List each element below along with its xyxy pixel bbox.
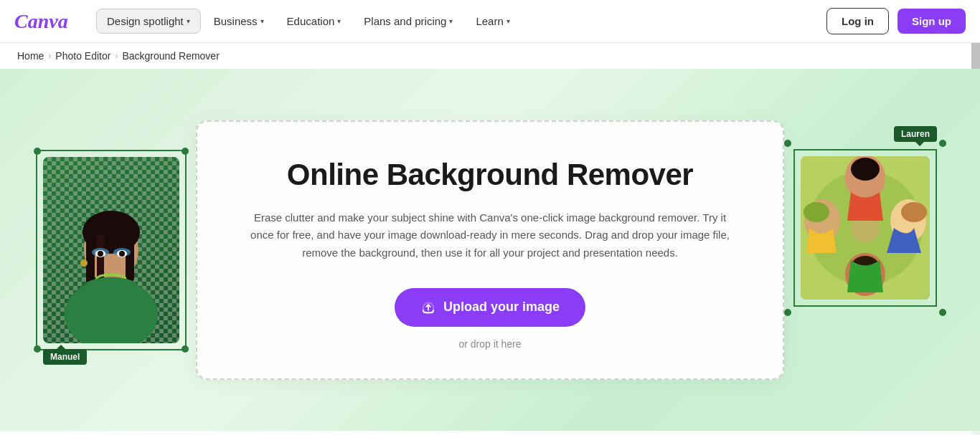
chevron-down-icon: ▾: [449, 17, 453, 25]
signup-button[interactable]: Sign up: [897, 9, 966, 34]
chevron-down-icon: ▾: [337, 17, 341, 25]
right-name-badge: Lauren: [894, 126, 937, 142]
handle-right-tr: [939, 140, 946, 147]
left-preview: Manuel: [43, 157, 179, 343]
handle-right-br: [939, 309, 946, 316]
drop-text: or drop it here: [240, 338, 740, 350]
handle-br: [182, 345, 189, 353]
upload-card: Online Background Remover Erase clutter …: [196, 120, 784, 379]
svg-point-11: [98, 251, 103, 257]
nav-design-spotlight[interactable]: Design spotlight ▾: [96, 9, 201, 34]
left-name-badge: Manuel: [43, 349, 87, 365]
nav-items: Design spotlight ▾ Business ▾ Education …: [96, 9, 826, 34]
svg-point-20: [851, 158, 880, 181]
nav-business[interactable]: Business ▾: [204, 9, 274, 33]
svg-point-26: [804, 202, 829, 222]
svg-rect-7: [126, 232, 134, 282]
upload-icon: [420, 300, 436, 315]
svg-point-13: [119, 251, 125, 257]
handle-bl: [34, 345, 41, 353]
handle-right-tl: [784, 140, 791, 147]
handle-tl: [34, 148, 41, 155]
handle-tr: [182, 148, 189, 155]
breadcrumb-separator-2: ›: [115, 51, 118, 61]
login-button[interactable]: Log in: [826, 8, 889, 34]
breadcrumb-photo-editor[interactable]: Photo Editor: [55, 50, 110, 62]
left-preview-image: [43, 157, 179, 343]
chevron-down-icon: ▾: [260, 17, 264, 25]
handle-right-bl: [784, 309, 791, 316]
nav-education[interactable]: Education ▾: [277, 9, 352, 33]
svg-point-22: [901, 202, 927, 222]
breadcrumb: Home › Photo Editor › Background Remover: [0, 43, 980, 69]
breadcrumb-home[interactable]: Home: [17, 50, 44, 62]
chevron-down-icon: ▾: [187, 17, 190, 25]
breadcrumb-current: Background Remover: [122, 50, 219, 62]
nav-learn[interactable]: Learn ▾: [466, 9, 519, 33]
breadcrumb-separator: ›: [48, 51, 51, 61]
chevron-down-icon: ▾: [507, 17, 510, 25]
navbar-actions: Log in Sign up: [826, 8, 966, 34]
svg-text:Canva: Canva: [14, 10, 68, 32]
right-preview: Lauren: [801, 156, 930, 300]
navbar: Canva Design spotlight ▾ Business ▾ Educ…: [0, 0, 980, 43]
hero-title: Online Background Remover: [240, 157, 740, 191]
main-area: Manuel Online Background Remover Erase c…: [0, 69, 980, 431]
nav-plans-pricing[interactable]: Plans and pricing ▾: [354, 9, 463, 33]
right-preview-image: [801, 156, 930, 300]
canva-logo[interactable]: Canva: [14, 8, 79, 35]
svg-point-15: [80, 259, 88, 267]
upload-button[interactable]: Upload your image: [395, 288, 585, 327]
hero-description: Erase clutter and make your subject shin…: [246, 209, 734, 262]
